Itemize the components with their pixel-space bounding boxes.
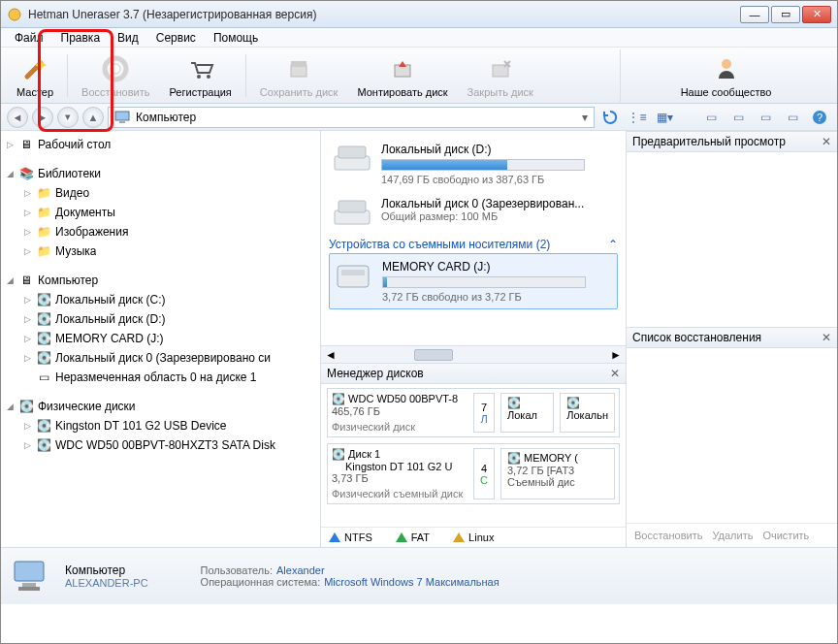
close-button[interactable]: ✕	[802, 6, 831, 23]
physdisk-icon: 💽	[332, 393, 345, 404]
tree-desktop[interactable]: ▷🖥Рабочий стол	[1, 135, 320, 154]
recovery-restore[interactable]: Восстановить	[634, 530, 702, 541]
dropdown-icon[interactable]: ▾	[582, 111, 588, 124]
scroll-thumb[interactable]	[414, 349, 453, 361]
closedisk-icon	[485, 53, 516, 84]
toolbar-mount[interactable]: Монтировать диск	[347, 49, 457, 102]
nav-history-button[interactable]: ▾	[57, 107, 79, 128]
tree-disk-c[interactable]: ▷💽Локальный диск (C:)	[1, 290, 320, 309]
pane-label: Менеджер дисков	[327, 367, 424, 380]
tree-lib-video[interactable]: ▷📁Видео	[1, 183, 320, 203]
tree-disk-reserved[interactable]: ▷💽Локальный диск 0 (Зарезервировано си	[1, 348, 320, 368]
menu-file[interactable]: Файл	[7, 29, 51, 47]
drive-d[interactable]: Локальный диск (D:) 147,69 ГБ свободно и…	[329, 137, 618, 191]
panel-toggle-3[interactable]: ▭	[754, 107, 777, 128]
close-pane-button[interactable]: ✕	[822, 135, 831, 148]
tree-libraries[interactable]: ◢📚Библиотеки	[1, 164, 320, 183]
partition-small[interactable]: 7Л	[473, 393, 495, 433]
tree-disk-d[interactable]: ▷💽Локальный диск (D:)	[1, 309, 320, 329]
partition-memory[interactable]: 💽 MEMORY ( 3,72 ГБ [FAT3 Съемный дис	[500, 448, 615, 499]
disk-type: Физический съемный диск	[332, 488, 467, 499]
app-icon	[7, 7, 22, 22]
partition-small[interactable]: 4С	[473, 448, 495, 499]
svg-point-2	[111, 64, 120, 74]
partition-2[interactable]: 💽 Локальн	[560, 393, 615, 433]
toolbar-savedisk-label: Сохранить диск	[260, 86, 338, 98]
recovery-actions: Восстановить Удалить Очистить	[627, 523, 837, 547]
horizontal-scrollbar[interactable]: ◄►	[321, 345, 626, 363]
address-text: Компьютер	[136, 111, 196, 124]
svg-rect-21	[22, 583, 36, 587]
toolbar-register-label: Регистрация	[170, 86, 232, 98]
nav-forward-button[interactable]: ►	[32, 107, 53, 128]
toolbar-separator	[67, 54, 68, 97]
panel-toggle-2[interactable]: ▭	[726, 107, 750, 128]
removable-section[interactable]: Устройства со съемными носителями (2) ⌃	[329, 234, 618, 253]
toolbar-restore-label: Восстановить	[81, 86, 149, 98]
toolbar-savedisk[interactable]: Сохранить диск	[250, 49, 348, 102]
partition-1[interactable]: 💽 Локал	[500, 393, 554, 433]
drive-memory-card[interactable]: MEMORY CARD (J:) 3,72 ГБ свободно из 3,7…	[329, 253, 618, 309]
tree-lib-documents[interactable]: ▷📁Документы	[1, 203, 320, 222]
svg-point-0	[9, 9, 20, 20]
drive-sub: Общий размер: 100 МБ	[381, 210, 614, 222]
disk-panel-0[interactable]: 💽 WDC WD50 00BPVT-8 465,76 ГБ Физический…	[327, 388, 620, 437]
tree-physical[interactable]: ◢💽Физические диски	[1, 397, 320, 416]
scroll-right-icon[interactable]: ►	[610, 348, 622, 362]
recovery-body	[627, 348, 837, 523]
status-computer-label: Компьютер	[65, 564, 148, 577]
legend-linux: Linux	[453, 531, 494, 543]
options-button[interactable]: ⋮≡	[626, 107, 649, 128]
toolbar-closedisk[interactable]: Закрыть диск	[458, 49, 543, 102]
scroll-left-icon[interactable]: ◄	[325, 348, 337, 362]
recovery-delete[interactable]: Удалить	[712, 530, 753, 541]
maximize-button[interactable]: ▭	[771, 6, 800, 23]
menu-help[interactable]: Помощь	[206, 29, 266, 47]
help-button[interactable]: ?	[808, 107, 831, 128]
svg-rect-22	[18, 587, 40, 591]
disk-panel-1[interactable]: 💽 Диск 1 Kingston DT 101 G2 U 3,73 ГБ Фи…	[327, 443, 620, 504]
toolbar-wizard[interactable]: Мастер	[7, 49, 63, 102]
toolbar-closedisk-label: Закрыть диск	[467, 86, 533, 98]
recovery-title: Список восстановления ✕	[627, 327, 837, 348]
tree-phys-kingston[interactable]: ▷💽Kingston DT 101 G2 USB Device	[1, 416, 320, 435]
window-title: Hetman Uneraser 3.7 (Незарегистрированна…	[28, 8, 740, 21]
toolbar-restore[interactable]: Восстановить	[72, 49, 159, 102]
sidebar-tree[interactable]: ▷🖥Рабочий стол ◢📚Библиотеки ▷📁Видео ▷📁До…	[1, 131, 321, 547]
panel-toggle-1[interactable]: ▭	[699, 107, 723, 128]
refresh-button[interactable]	[598, 107, 622, 128]
disk-type: Физический диск	[332, 421, 467, 433]
cart-icon	[185, 53, 216, 84]
drive-reserved[interactable]: Локальный диск 0 (Зарезервирован... Общи…	[329, 191, 618, 234]
tree-disk-unalloc[interactable]: ▭Неразмеченная область 0 на диске 1	[1, 368, 320, 387]
panel-toggle-4[interactable]: ▭	[781, 107, 804, 128]
legend-ntfs: NTFS	[329, 531, 372, 543]
close-pane-button[interactable]: ✕	[610, 367, 620, 380]
tree-computer[interactable]: ◢🖥Компьютер	[1, 271, 320, 290]
minimize-button[interactable]: —	[740, 6, 769, 23]
lifebuoy-icon	[100, 53, 131, 84]
toolbar-community[interactable]: Наше сообщество	[620, 49, 831, 102]
status-user-label: Пользователь:	[201, 564, 273, 576]
folder-icon: 📁	[36, 205, 51, 220]
recovery-clear[interactable]: Очистить	[762, 530, 809, 541]
disk-manager-pane: Менеджер дисков ✕ 💽 WDC WD50 00BPVT-8 46…	[321, 363, 626, 547]
tree-lib-music[interactable]: ▷📁Музыка	[1, 242, 320, 261]
view-button[interactable]: ▦▾	[653, 107, 676, 128]
nav-back-button[interactable]: ◄	[7, 107, 28, 128]
address-bar[interactable]: Компьютер ▾	[108, 107, 595, 128]
nav-up-button[interactable]: ▲	[82, 107, 104, 128]
toolbar-register[interactable]: Регистрация	[160, 49, 242, 102]
close-pane-button[interactable]: ✕	[822, 331, 831, 344]
menu-view[interactable]: Вид	[110, 29, 146, 47]
preview-body	[627, 152, 837, 327]
tree-phys-wdc[interactable]: ▷💽WDC WD50 00BPVT-80HXZT3 SATA Disk	[1, 435, 320, 455]
drive-icon: 💽	[36, 437, 51, 453]
drives-list[interactable]: Локальный диск (D:) 147,69 ГБ свободно и…	[321, 131, 626, 345]
tree-lib-images[interactable]: ▷📁Изображения	[1, 222, 320, 242]
tree-disk-j[interactable]: ▷💽MEMORY CARD (J:)	[1, 329, 320, 348]
chevron-up-icon: ⌃	[608, 238, 618, 251]
menu-service[interactable]: Сервис	[148, 29, 204, 47]
drive-sub: 147,69 ГБ свободно из 387,63 ГБ	[381, 174, 614, 185]
menu-edit[interactable]: Правка	[53, 29, 109, 47]
